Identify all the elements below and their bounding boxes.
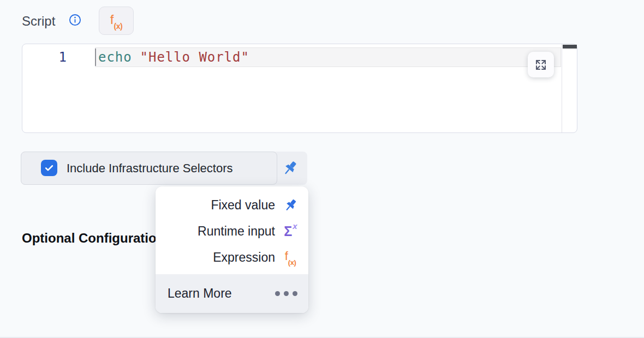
code-string: "Hello World" xyxy=(140,50,249,65)
editor-expand-button[interactable] xyxy=(528,52,554,77)
script-code-editor[interactable]: 1 echo"Hello World" xyxy=(22,44,577,133)
menu-item-runtime-input[interactable]: Runtime input Σx xyxy=(156,218,308,244)
menu-item-label: Expression xyxy=(213,250,275,265)
editor-text-cursor xyxy=(95,49,96,66)
menu-item-fixed-value[interactable]: Fixed value xyxy=(156,192,308,218)
value-type-menu-footer: Learn More xyxy=(156,274,308,313)
expression-toggle-button[interactable]: f(x) xyxy=(99,7,134,35)
script-field-label: Script xyxy=(22,13,55,29)
code-command: echo xyxy=(98,50,132,65)
infra-selectors-row: Include Infrastructure Selectors xyxy=(21,152,307,185)
ellipsis-icon[interactable] xyxy=(275,291,297,296)
check-icon xyxy=(44,162,55,173)
page: { "colors": { "accent_blue": "#2b70e4", … xyxy=(0,0,644,338)
infra-selectors-label: Include Infrastructure Selectors xyxy=(67,152,232,185)
pushpin-icon xyxy=(282,197,299,213)
infra-selectors-checkbox[interactable] xyxy=(41,160,57,176)
sigma-x-icon: Σx xyxy=(282,223,299,239)
learn-more-link[interactable]: Learn More xyxy=(168,286,232,301)
editor-scrollbar-thumb[interactable] xyxy=(563,45,577,49)
menu-item-label: Fixed value xyxy=(211,198,275,213)
menu-item-label: Runtime input xyxy=(198,224,275,239)
fixed-value-pin-button[interactable] xyxy=(281,159,299,177)
expand-fullscreen-icon xyxy=(534,58,547,71)
menu-item-expression[interactable]: Expression f(x) xyxy=(156,244,308,270)
optional-configuration-heading: Optional Configuration xyxy=(22,231,164,246)
editor-scrollbar-track xyxy=(562,44,562,132)
editor-line-number: 1 xyxy=(22,47,67,67)
f-x-icon: f(x) xyxy=(282,249,299,265)
value-type-menu-items: Fixed value Runtime input Σx Expression xyxy=(156,192,308,270)
editor-code-line[interactable]: echo"Hello World" xyxy=(98,47,249,67)
f-x-icon: f(x) xyxy=(110,13,122,28)
value-type-menu: Fixed value Runtime input Σx Expression xyxy=(156,186,308,313)
info-circle-glyph xyxy=(69,14,81,26)
info-icon[interactable] xyxy=(69,14,81,26)
pushpin-icon xyxy=(282,160,299,177)
